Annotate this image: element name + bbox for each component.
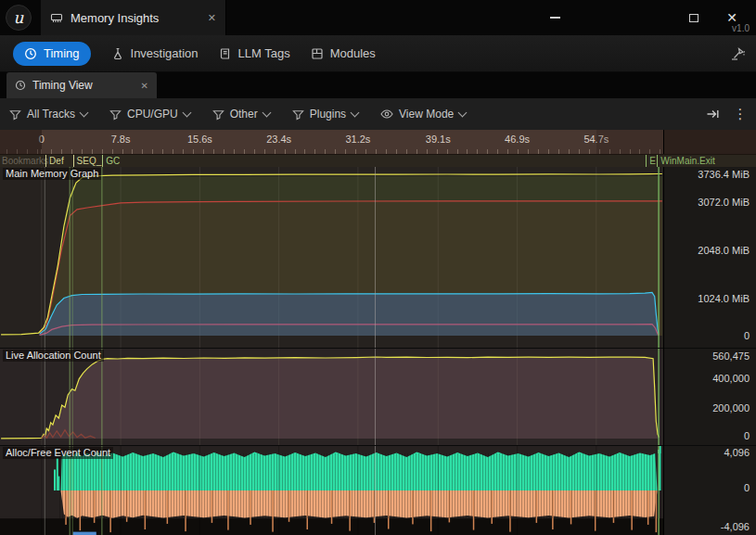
- version-label: v1.0: [732, 23, 750, 33]
- timing-marker-label[interactable]: E: [646, 155, 656, 167]
- timing-view-tracks: Main Memory Graph Live Allocation Count …: [0, 167, 756, 535]
- value-axis-gutter: 3736.4 MiB 3072.0 MiB 2048.0 MiB 1024.0 …: [663, 167, 756, 535]
- ruler-tick-label: 0: [39, 134, 45, 145]
- timing-marker-label[interactable]: GC: [102, 155, 120, 167]
- clock-icon: [15, 80, 26, 91]
- ruler-tick-label: 7.8s: [111, 134, 131, 145]
- axis-label: 1024.0 MiB: [698, 293, 750, 304]
- filter-icon: [212, 108, 224, 121]
- llm-tags-button[interactable]: LLM Tags: [219, 35, 290, 72]
- axis-label: -4,096: [721, 521, 750, 532]
- track-alloc-free-event-count[interactable]: Alloc/Free Event Count: [0, 445, 663, 535]
- session-tab-memory-insights[interactable]: Memory Insights ✕: [41, 0, 226, 35]
- timing-marker-label[interactable]: Def: [45, 155, 64, 167]
- goto-end-button[interactable]: [704, 102, 721, 126]
- bookmarks-lane-label: Bookmarks: [2, 156, 48, 166]
- tab-timing-view-label: Timing View: [32, 79, 93, 92]
- axis-label: 3072.0 MiB: [698, 197, 750, 208]
- track-header-live-allocation[interactable]: Live Allocation Count: [3, 350, 104, 362]
- plugins-label: Plugins: [310, 108, 346, 121]
- timing-button[interactable]: Timing: [13, 42, 91, 66]
- filter-icon: [292, 108, 304, 121]
- axis-label: 200,000: [712, 402, 750, 414]
- timing-marker-label[interactable]: WinMain.Exit: [657, 155, 714, 167]
- session-tab-label: Memory Insights: [70, 11, 159, 25]
- timing-button-label: Timing: [44, 46, 80, 60]
- memory-insights-window: u Memory Insights ✕ ✕ v1.0 Timing Invest…: [0, 0, 756, 535]
- all-tracks-label: All Tracks: [27, 108, 75, 121]
- gutter-separator: [664, 348, 756, 349]
- plugins-dropdown[interactable]: Plugins: [292, 108, 358, 121]
- filter-icon: [109, 108, 122, 121]
- axis-label: 3736.4 MiB: [698, 169, 750, 180]
- track-main-memory-graph[interactable]: Main Memory Graph: [0, 167, 663, 348]
- other-label: Other: [230, 108, 258, 121]
- unreal-logo-icon[interactable]: u: [6, 5, 32, 31]
- ruler-tick-label: 54.7s: [583, 134, 609, 145]
- axis-label: 4,096: [724, 447, 750, 458]
- cpu-gpu-label: CPU/GPU: [127, 108, 178, 121]
- axis-label: 2048.0 MiB: [698, 245, 750, 256]
- ruler-tick-label: 23.4s: [266, 134, 291, 145]
- chevron-down-icon: [262, 108, 271, 118]
- ruler-tick-label: 15.6s: [187, 134, 212, 145]
- ruler-tick-label: 39.1s: [426, 134, 451, 145]
- axis-label: 0: [744, 482, 750, 493]
- filter-toolbar: All Tracks CPU/GPU Other Plugins View Mo…: [0, 98, 756, 130]
- other-dropdown[interactable]: Other: [212, 108, 270, 121]
- filter-icon: [9, 108, 21, 121]
- tab-timing-view-close-icon[interactable]: ✕: [141, 81, 148, 91]
- time-ruler[interactable]: 07.8s15.6s23.4s31.2s39.1s46.9s54.7s: [0, 130, 756, 154]
- all-tracks-dropdown[interactable]: All Tracks: [9, 108, 87, 121]
- clock-icon: [24, 47, 37, 60]
- flask-icon: [111, 47, 124, 60]
- minimize-icon: [550, 17, 560, 19]
- tab-timing-view[interactable]: Timing View ✕: [6, 72, 157, 98]
- bookmarks-lane[interactable]: Bookmarks DefSEQ_GCEWinMain.Exit: [0, 154, 756, 168]
- axis-label: 560,475: [712, 350, 750, 362]
- timing-marker-label[interactable]: SEQ_: [73, 155, 102, 167]
- minimize-button[interactable]: [537, 0, 572, 35]
- track-header-main-memory[interactable]: Main Memory Graph: [3, 168, 101, 180]
- main-toolbar: Timing Investigation LLM Tags Modules: [0, 35, 756, 72]
- track-header-alloc-free[interactable]: Alloc/Free Event Count: [3, 447, 113, 459]
- axis-label: 0: [744, 430, 750, 441]
- lamp-icon: [729, 46, 745, 62]
- document-tab-bar: Timing View ✕: [0, 72, 756, 98]
- ruler-tick-label: 46.9s: [505, 134, 530, 145]
- main-memory-chart[interactable]: [0, 167, 663, 348]
- maximize-button[interactable]: [676, 0, 711, 35]
- alloc-free-chart[interactable]: [0, 446, 663, 535]
- track-live-allocation-count[interactable]: Live Allocation Count: [0, 348, 663, 446]
- view-mode-dropdown[interactable]: View Mode: [380, 108, 466, 121]
- session-tab-close-icon[interactable]: ✕: [208, 12, 216, 24]
- modules-icon: [311, 47, 324, 60]
- vertical-dots-icon: ⋮: [734, 106, 748, 122]
- gutter-separator: [664, 445, 756, 446]
- llm-tags-button-label: LLM Tags: [238, 46, 290, 60]
- investigation-button-label: Investigation: [131, 46, 199, 60]
- investigation-button[interactable]: Investigation: [111, 35, 199, 72]
- live-allocation-chart[interactable]: [0, 349, 663, 446]
- cpu-gpu-dropdown[interactable]: CPU/GPU: [109, 108, 190, 121]
- chevron-down-icon: [458, 108, 468, 118]
- chevron-down-icon: [351, 108, 360, 118]
- ruler-dim-gutter: [663, 130, 756, 154]
- status-lamp-button[interactable]: [726, 44, 747, 64]
- axis-label: 400,000: [712, 373, 750, 384]
- titlebar[interactable]: u Memory Insights ✕ ✕ v1.0: [0, 0, 756, 35]
- chevron-down-icon: [80, 108, 89, 118]
- modules-button-label: Modules: [330, 46, 376, 60]
- memory-chip-icon: [50, 11, 63, 24]
- book-icon: [219, 47, 232, 60]
- axis-label: 0: [744, 330, 750, 341]
- modules-button[interactable]: Modules: [311, 35, 376, 72]
- maximize-icon: [689, 14, 698, 22]
- view-mode-label: View Mode: [399, 108, 454, 121]
- chevron-down-icon: [182, 108, 191, 118]
- ruler-tick-label: 31.2s: [345, 134, 370, 145]
- arrow-to-end-icon: [706, 108, 720, 121]
- overflow-menu-button[interactable]: ⋮: [734, 102, 747, 126]
- eye-icon: [380, 108, 393, 121]
